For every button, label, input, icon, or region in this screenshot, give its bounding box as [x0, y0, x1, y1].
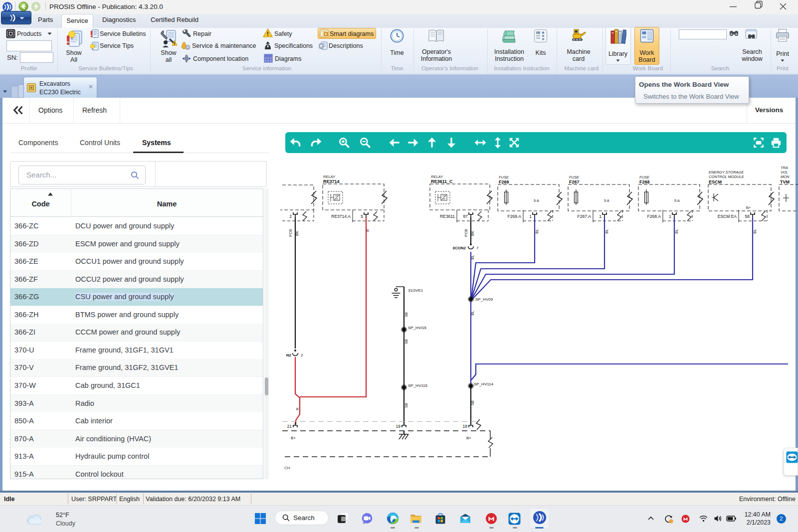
svg-text:2: 2	[301, 353, 303, 357]
svg-text:BK: BK	[470, 231, 475, 236]
svg-text:SP_HVG5: SP_HVG5	[408, 326, 426, 330]
svg-text:SB: SB	[404, 339, 408, 344]
svg-text:FUSE: FUSE	[569, 175, 580, 179]
svg-text:SP_HV114: SP_HV114	[474, 382, 494, 386]
svg-text:BL: BL	[470, 255, 475, 259]
svg-text:F268.A: F268.A	[647, 214, 661, 219]
svg-text:R: R	[295, 407, 300, 410]
svg-text:BL: BL	[470, 311, 475, 315]
svg-text:RE3611_C: RE3611_C	[431, 179, 453, 184]
svg-text:RE3714.A: RE3714.A	[331, 214, 351, 219]
svg-text:CONTROL MODULE: CONTROL MODULE	[709, 175, 745, 179]
svg-text:F269: F269	[499, 179, 509, 184]
svg-text:VOL: VOL	[781, 170, 788, 175]
svg-text:SB: SB	[404, 312, 408, 317]
svg-text:RELAY: RELAY	[431, 175, 443, 179]
svg-text:RELAY: RELAY	[323, 175, 336, 179]
svg-text:PCB: PCB	[288, 229, 293, 236]
svg-text:RE3611: RE3611	[440, 214, 455, 219]
svg-text:5 A: 5 A	[604, 198, 609, 203]
svg-text:FUSE: FUSE	[499, 175, 509, 179]
svg-text:31GVE1: 31GVE1	[408, 288, 423, 293]
svg-text:TVM: TVM	[780, 179, 790, 184]
svg-text:5 A: 5 A	[674, 198, 680, 203]
svg-text:SB: SB	[470, 400, 475, 405]
svg-text:MON: MON	[781, 175, 790, 179]
svg-text:5 A: 5 A	[534, 198, 539, 203]
svg-text:CH: CH	[284, 466, 290, 470]
svg-text:ESCM.EA: ESCM.EA	[718, 214, 737, 219]
svg-text:ENERGY STORAGE: ENERGY STORAGE	[709, 170, 744, 175]
svg-text:BL: BL	[535, 229, 539, 233]
svg-text:F267.A: F267.A	[578, 214, 592, 219]
svg-text:ESCM: ESCM	[709, 179, 722, 184]
svg-text:N2: N2	[286, 353, 292, 357]
svg-text:B+: B+	[746, 205, 751, 210]
svg-text:19: 19	[396, 424, 401, 429]
svg-text:BL: BL	[753, 229, 757, 233]
svg-text:1: 1	[599, 214, 601, 219]
svg-text:87: 87	[463, 214, 468, 219]
svg-text:1: 1	[669, 214, 671, 219]
svg-text:RE3714: RE3714	[323, 179, 340, 184]
svg-text:F267: F267	[569, 179, 580, 184]
svg-text:BL: BL	[674, 229, 679, 233]
svg-text:21: 21	[287, 424, 292, 429]
svg-text:F268: F268	[639, 179, 650, 184]
svg-text:18: 18	[463, 424, 468, 429]
svg-text:1: 1	[529, 214, 532, 219]
svg-text:BK: BK	[295, 231, 299, 236]
svg-text:PCB: PCB	[464, 229, 468, 236]
svg-text:TRA: TRA	[781, 166, 788, 170]
svg-text:SP_HV115: SP_HV115	[408, 383, 428, 388]
svg-text:B+: B+	[466, 436, 471, 440]
svg-text:2: 2	[289, 214, 292, 219]
svg-text:B+: B+	[291, 436, 296, 440]
svg-text:3CON2: 3CON2	[452, 246, 466, 250]
svg-text:58: 58	[745, 214, 750, 219]
svg-text:7: 7	[476, 246, 479, 250]
svg-text:R: R	[366, 229, 370, 232]
svg-text:F269.A: F269.A	[508, 214, 522, 219]
svg-text:SP_HV09: SP_HV09	[475, 297, 493, 302]
svg-text:5: 5	[361, 214, 363, 219]
svg-text:SB: SB	[404, 403, 408, 408]
svg-text:BL: BL	[604, 229, 609, 233]
svg-text:FUSE: FUSE	[639, 175, 650, 179]
